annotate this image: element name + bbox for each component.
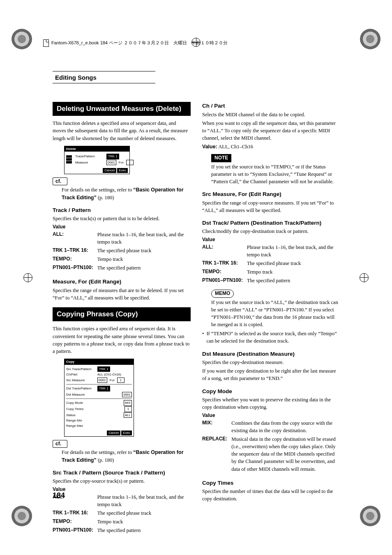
para: Specifies the copy-source track(s) or pa… [53,477,191,485]
book-header: Fantom-X678_r_e.book 184 ページ ２００７年３月２０日 … [43,39,228,47]
para: This function copies a specified area of… [53,325,191,355]
subhead-copy-times: Copy Times [202,479,340,487]
bullet-icon: • [202,330,204,345]
copy-dialog: Copy Src Track/PatternTRK 1 Ch/PartALL (… [64,359,134,437]
value-line: Value: ALL, Ch1–Ch16 [202,143,340,150]
left-column: Deleting Unwanted Measures (Delete) This… [53,102,191,537]
content: Deleting Unwanted Measures (Delete) This… [53,102,340,537]
para: When you want to copy all the sequencer … [202,120,340,142]
bullet-item: • If “TEMPO” is selected as the source t… [202,330,340,345]
value-table: ALL:Phrase tracks 1–16, the beat track, … [53,493,191,536]
value-table: MIX:Combines the data from the copy sour… [202,419,340,474]
track-icons [66,155,72,164]
page-icon [43,39,49,47]
memo-text: If you set the source track to “ALL,” th… [211,299,340,329]
running-head-text: Editing Songs [55,74,97,81]
value: TRK 1 [106,154,119,159]
cancel-button: Cancel [103,168,116,173]
para: If you want the copy destination to be r… [202,367,340,382]
registration-mark-icon [360,273,369,282]
subhead-copy-mode: Copy Mode [202,387,340,396]
corner-arc-icon [12,506,32,526]
para: Selects the MIDI channel of the data to … [202,111,340,118]
dialog-title: Delete [65,146,129,152]
para: Specifies the track(s) or pattern that i… [53,215,191,222]
para: Specifies the range of measures that are… [53,287,191,302]
corner-arc-icon [360,506,380,526]
delete-dialog: Delete Track/PatternTRK 1 Measure0001For… [64,146,130,174]
right-column: Ch / Part Selects the MIDI channel of th… [202,102,340,537]
label: Measure [75,160,104,165]
value: 1 [126,160,134,166]
para: Specifies the number of times that the d… [202,488,340,502]
page: Fantom-X678_r_e.book 184 ページ ２００７年３月２０日 … [0,0,392,555]
para: This function deletes a specified area o… [53,120,191,142]
corner-arc-icon [360,29,380,49]
cf-tag: cf. [53,440,67,448]
page-number: 184 [53,490,65,501]
value-label: Value [53,223,191,230]
exec-button: Exec [121,431,132,435]
subhead-dst-track: Dst Track/ Pattern (Destination Track/Pa… [202,219,340,227]
subhead-track-pattern: Track / Pattern [53,206,191,214]
value: 0001 [106,160,116,166]
value-label: Value [202,236,340,243]
cancel-button: Cancel [107,431,120,435]
note-text: If you set the source track to “TEMPO,” … [211,163,340,185]
para: Specifies whether you want to preserve t… [202,396,340,411]
section-delete-heading: Deleting Unwanted Measures (Delete) [53,102,191,116]
para: Specifies the copy-destination measure. [202,359,340,366]
exec-button: Exec [117,168,128,173]
para: Specifies the range of copy-source measu… [202,199,340,214]
book-header-text: Fantom-X678_r_e.book 184 ページ ２００７年３月２０日 … [51,40,228,46]
note-tag: NOTE [211,154,231,162]
value-label: Value [53,486,191,493]
subhead-measure-for: Measure, For (Edit Range) [53,278,191,286]
dialog-title: Copy [65,359,134,365]
subhead-dst-measure: Dst Measure (Destination Measure) [202,350,340,358]
value-table: ALL:Phrase tracks 1–16, the beat track, … [53,231,191,273]
label: Track/Pattern [75,154,104,159]
cf-tag: cf. [53,177,67,185]
bullet-text: If “TEMPO” is selected as the source tra… [206,330,340,345]
cf-text: For details on the settings, refer to “B… [62,449,191,463]
label: For [119,160,124,165]
memo-tag: MEMO [211,290,234,297]
subhead-src-measure: Src Measure, For (Edit Range) [202,190,340,198]
subhead-ch-part: Ch / Part [202,102,340,110]
running-head: Editing Songs [53,71,155,83]
section-copy-heading: Copying Phrases (Copy) [53,307,191,321]
value-label: Value [202,412,340,419]
value-table: ALL:Phrase tracks 1–16, the beat track, … [202,244,340,286]
para: Check/modify the copy-destination track … [202,228,340,235]
corner-arc-icon [12,29,32,49]
subhead-src-track: Src Track / Pattern (Source Track / Patt… [53,469,191,477]
registration-mark-icon [23,273,32,282]
cf-text: For details on the settings, refer to “B… [62,186,191,201]
